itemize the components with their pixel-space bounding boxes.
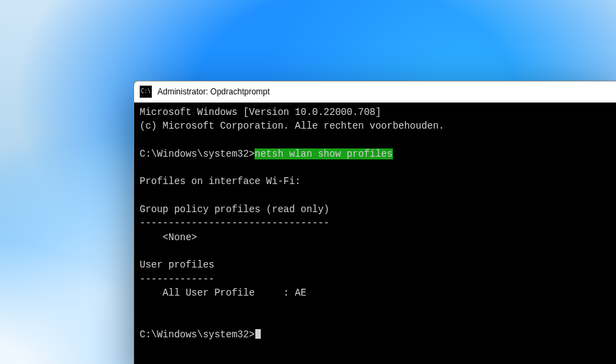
- prompt-1-path: C:\Windows\system32>: [140, 148, 255, 159]
- titlebar[interactable]: Administrator: Opdrachtprompt: [134, 81, 616, 103]
- output-group-policy-none: <None>: [140, 232, 197, 243]
- output-interface-header: Profiles on interface Wi-Fi:: [140, 176, 300, 187]
- copyright-line: (c) Microsoft Corporation. Alle rechten …: [140, 120, 444, 131]
- cmd-window: Administrator: Opdrachtprompt Microsoft …: [133, 81, 616, 364]
- prompt-2-path: C:\Windows\system32>: [140, 329, 255, 340]
- output-group-policy-rule: ---------------------------------: [140, 218, 329, 229]
- output-user-profiles-header: User profiles: [140, 259, 214, 270]
- cursor-icon: [255, 329, 261, 339]
- output-user-profiles-item: All User Profile : AE: [140, 287, 307, 298]
- output-user-profiles-rule: -------------: [140, 274, 214, 285]
- prompt-1-command: netsh wlan show profiles: [255, 148, 393, 159]
- cmd-icon: [140, 86, 152, 98]
- version-line: Microsoft Windows [Version 10.0.22000.70…: [140, 107, 381, 118]
- output-group-policy-header: Group policy profiles (read only): [140, 204, 329, 215]
- window-title: Administrator: Opdrachtprompt: [157, 87, 270, 96]
- terminal-output[interactable]: Microsoft Windows [Version 10.0.22000.70…: [134, 103, 616, 364]
